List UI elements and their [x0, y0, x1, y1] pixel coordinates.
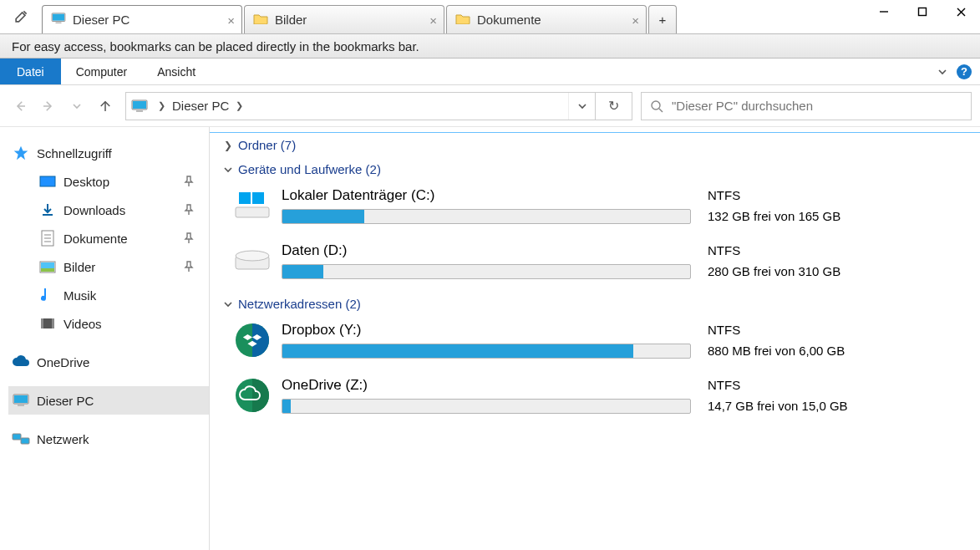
section-count: (7) [281, 138, 296, 152]
tab-1[interactable]: Bilder× [244, 5, 444, 33]
menu-view[interactable]: Ansicht [142, 59, 211, 84]
downloads-icon [38, 201, 57, 219]
svg-rect-34 [239, 192, 251, 204]
sidebar-onedrive[interactable]: OneDrive [8, 348, 209, 376]
sidebar-this-pc[interactable]: Dieser PC [8, 386, 209, 415]
tab-label: Dokumente [477, 13, 541, 27]
refresh-icon[interactable]: ↻ [596, 92, 632, 120]
section-drives[interactable]: Geräte und Laufwerke (2) [210, 157, 980, 181]
drive-free-text: 14,7 GB frei von 15,0 GB [708, 399, 848, 413]
nav-recent-icon[interactable] [65, 94, 89, 118]
drive-name: OneDrive (Z:) [282, 377, 691, 394]
bookmarks-hint-text: For easy access, bookmarks can be placed… [12, 39, 419, 53]
breadcrumb[interactable]: ❯ Dieser PC ❯ [125, 92, 596, 120]
drive-usage-bar [282, 399, 691, 414]
drive-onedrive-z[interactable]: OneDrive (Z:)NTFS14,7 GB frei von 15,0 G… [210, 371, 980, 426]
ribbon-collapse-icon[interactable] [937, 66, 948, 78]
menu-computer[interactable]: Computer [61, 59, 142, 84]
sidebar-item-label: Videos [63, 317, 102, 331]
drive-data-d[interactable]: Daten (D:)NTFS280 GB frei von 310 GB [210, 237, 980, 292]
drive-filesystem: NTFS [708, 323, 845, 337]
network-icon [12, 430, 30, 448]
music-icon [38, 286, 57, 304]
sidebar-quick-access[interactable]: Schnellzugriff [8, 139, 209, 167]
maximize-icon[interactable] [903, 0, 942, 23]
sidebar-label: Dieser PC [37, 394, 94, 408]
section-folders[interactable]: ❯ Ordner (7) [210, 132, 980, 157]
sidebar-item-music[interactable]: Musik [30, 281, 209, 309]
sidebar-item-desktop[interactable]: Desktop [30, 167, 209, 196]
nav-forward-icon[interactable] [37, 94, 60, 118]
svg-rect-16 [40, 176, 55, 186]
drive-filesystem: NTFS [708, 243, 840, 257]
tab-close-icon[interactable]: × [632, 13, 639, 27]
svg-rect-33 [236, 207, 269, 217]
chevron-right-icon[interactable]: ❯ [231, 100, 248, 111]
section-label: Geräte und Laufwerke [238, 162, 362, 176]
section-count: (2) [345, 297, 360, 311]
chevron-down-icon [221, 166, 235, 174]
sidebar-label: OneDrive [37, 355, 89, 369]
address-bar-row: ❯ Dieser PC ❯ ↻ [0, 85, 980, 127]
breadcrumb-dropdown-icon[interactable] [568, 93, 595, 120]
drive-usage-bar [282, 264, 691, 279]
drive-name: Daten (D:) [282, 242, 691, 259]
sidebar-item-label: Bilder [63, 260, 95, 274]
chevron-right-icon[interactable]: ❯ [153, 100, 170, 111]
sidebar-item-downloads[interactable]: Downloads [30, 196, 209, 224]
nav-up-icon[interactable] [94, 94, 117, 118]
svg-line-14 [659, 109, 663, 112]
pin-icon [184, 204, 194, 216]
drive-name: Lokaler Datenträger (C:) [282, 187, 691, 204]
drive-dropbox-y[interactable]: Dropbox (Y:)NTFS880 MB frei von 6,00 GB [210, 316, 980, 371]
new-tab-button[interactable]: + [648, 5, 677, 33]
close-icon[interactable] [942, 0, 980, 23]
sidebar-item-pictures[interactable]: Bilder [30, 252, 209, 281]
drive-local-c[interactable]: Lokaler Datenträger (C:)NTFS132 GB frei … [210, 181, 980, 237]
drive-filesystem: NTFS [708, 188, 840, 202]
sidebar-network[interactable]: Netzwerk [8, 425, 209, 453]
section-label: Netzwerkadressen [238, 297, 342, 311]
settings-wrench-icon[interactable] [0, 0, 42, 33]
svg-rect-29 [14, 395, 28, 403]
svg-rect-11 [133, 101, 146, 109]
search-icon [650, 99, 663, 113]
section-network-locations[interactable]: Netzwerkadressen (2) [210, 292, 980, 316]
folder-icon [455, 13, 470, 28]
drive-icon [233, 321, 272, 359]
drive-free-text: 280 GB frei von 310 GB [708, 264, 840, 278]
svg-rect-32 [21, 438, 29, 444]
svg-rect-24 [41, 268, 54, 272]
drive-usage-bar [282, 344, 691, 359]
tab-label: Dieser PC [73, 13, 129, 27]
titlebar: Dieser PC×Bilder×Dokumente×+ [0, 0, 980, 33]
menu-file[interactable]: Datei [0, 59, 61, 84]
this-pc-icon [126, 99, 153, 113]
cloud-icon [12, 353, 30, 371]
tab-0[interactable]: Dieser PC× [42, 5, 242, 33]
drive-filesystem: NTFS [708, 378, 848, 392]
sidebar-item-videos[interactable]: Videos [30, 309, 209, 338]
tab-close-icon[interactable]: × [227, 13, 235, 27]
search-box[interactable] [641, 92, 972, 120]
this-pc-icon [51, 13, 66, 28]
tab-2[interactable]: Dokumente× [446, 5, 647, 33]
folder-icon [253, 13, 268, 28]
svg-marker-15 [14, 146, 28, 160]
svg-point-37 [236, 251, 269, 261]
chevron-right-icon: ❯ [221, 140, 235, 151]
drive-meta: NTFS880 MB frei von 6,00 GB [708, 323, 845, 358]
minimize-icon[interactable] [865, 0, 903, 23]
help-icon[interactable]: ? [957, 64, 972, 79]
this-pc-icon [12, 391, 30, 410]
tab-close-icon[interactable]: × [429, 13, 437, 27]
nav-back-icon[interactable] [8, 94, 32, 118]
drive-meta: NTFS132 GB frei von 165 GB [708, 188, 840, 223]
search-input[interactable] [672, 99, 962, 113]
svg-rect-1 [53, 13, 64, 20]
section-count: (2) [366, 162, 381, 176]
sidebar-item-documents[interactable]: Dokumente [30, 224, 209, 252]
sidebar: Schnellzugriff DesktopDownloadsDokumente… [0, 127, 209, 550]
svg-rect-26 [41, 318, 43, 328]
breadcrumb-root[interactable]: Dieser PC [170, 99, 231, 113]
